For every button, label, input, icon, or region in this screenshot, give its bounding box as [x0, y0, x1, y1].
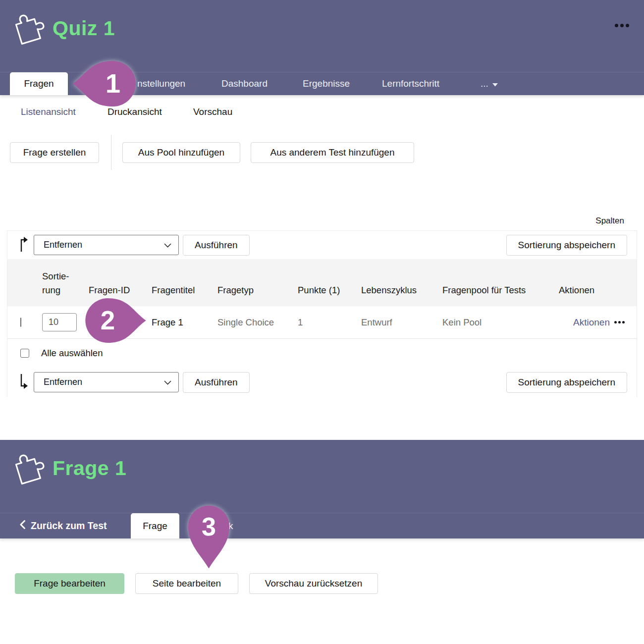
questions-table: Entfernen Ausführen Sortierung abspeiche… [7, 230, 637, 397]
table-row: Frage 1 Single Choice 1 Entwurf Kein Poo… [7, 306, 637, 339]
tutorial-screenshot: Quiz 1 Fragen nstellungen Dashboard Erge… [0, 0, 644, 644]
column-fragen-id: Fragen-ID [89, 259, 152, 306]
seite-bearbeiten-button[interactable]: Seite bearbeiten [135, 573, 238, 594]
quiz-tabbar: Fragen nstellungen Dashboard Ergebnisse … [0, 72, 644, 95]
vorschau-zuruecksetzen-button[interactable]: Vorschau zurücksetzen [249, 573, 378, 594]
chevron-down-icon [164, 240, 171, 250]
column-fragetyp: Fragetyp [217, 259, 298, 306]
bulk-action-select[interactable]: Entfernen [34, 235, 179, 255]
kebab-menu-icon[interactable] [614, 321, 625, 323]
ausfuehren-button-bottom[interactable]: Ausführen [183, 372, 250, 393]
tab-more[interactable]: ... [481, 72, 498, 95]
question-tabbar: Zurück zum Test Frage k [0, 513, 644, 538]
sort-order-input[interactable] [42, 313, 77, 331]
cell-fragenpool: Kein Pool [442, 317, 559, 328]
select-all-checkbox[interactable] [20, 349, 29, 358]
subtab-druckansicht[interactable]: Druckansicht [107, 106, 162, 118]
table-header-row: Sortie-rung Fragen-ID Fragentitel Fraget… [7, 259, 637, 306]
column-aktionen: Aktionen [559, 259, 632, 306]
frage-bearbeiten-button[interactable]: Frage bearbeiten [15, 573, 124, 594]
cell-punkte: 1 [298, 317, 361, 328]
cell-lebenszyklus: Entwurf [361, 317, 442, 328]
chevron-down-icon [164, 377, 171, 387]
column-punkte: Punkte (1) [298, 259, 361, 306]
apply-to-selection-down-icon [19, 373, 29, 392]
select-all-label: Alle auswählen [41, 348, 103, 359]
question-title-link[interactable]: Frage 1 [152, 317, 217, 328]
frage-erstellen-button[interactable]: Frage erstellen [10, 142, 99, 163]
ausfuehren-button[interactable]: Ausführen [183, 235, 250, 256]
apply-to-selection-up-icon [19, 236, 29, 255]
aus-pool-hinzufuegen-button[interactable]: Aus Pool hinzufügen [122, 142, 240, 163]
tab-einstellungen[interactable]: nstellungen [137, 72, 185, 95]
tab-frage[interactable]: Frage [131, 513, 179, 538]
subtab-vorschau[interactable]: Vorschau [193, 106, 232, 118]
chevron-down-icon [492, 78, 498, 89]
column-fragentitel: Fragentitel [152, 259, 217, 306]
page-title: Frage 1 [53, 457, 126, 480]
tab-covered-by-marker[interactable]: k [228, 513, 233, 538]
column-lebenszyklus: Lebenszyklus [361, 259, 442, 306]
toolbar-divider [111, 135, 111, 170]
tab-lernfortschritt[interactable]: Lernfortschritt [382, 72, 439, 95]
tab-dashboard[interactable]: Dashboard [221, 72, 268, 95]
bulk-action-select-bottom[interactable]: Entfernen [34, 372, 179, 392]
column-fragenpool: Fragenpool für Tests [442, 259, 559, 306]
row-checkbox[interactable] [20, 318, 21, 327]
aktionen-link[interactable]: Aktionen [573, 317, 610, 328]
kebab-menu-icon[interactable] [615, 24, 629, 27]
puzzle-piece-icon [13, 452, 45, 486]
quiz-header-panel: Quiz 1 Fragen nstellungen Dashboard Erge… [0, 0, 644, 95]
aus-anderem-test-button[interactable]: Aus anderem Test hinzufügen [251, 142, 414, 163]
tab-fragen[interactable]: Fragen [10, 72, 68, 95]
puzzle-piece-icon [13, 12, 45, 47]
subtab-listenansicht[interactable]: Listenansicht [21, 106, 76, 118]
sortierung-abspeichern-button[interactable]: Sortierung abspeichern [506, 235, 627, 256]
chevron-left-icon [20, 520, 25, 532]
sortierung-abspeichern-button-bottom[interactable]: Sortierung abspeichern [506, 372, 627, 393]
question-header-panel: Frage 1 Zurück zum Test Frage k [0, 440, 644, 538]
cell-fragetyp: Single Choice [217, 317, 298, 328]
table-bottom-controls: Entfernen Ausführen Sortierung abspeiche… [7, 367, 637, 397]
table-top-controls: Entfernen Ausführen Sortierung abspeiche… [7, 231, 637, 259]
spalten-control[interactable]: Spalten [595, 216, 624, 226]
page-title: Quiz 1 [53, 17, 115, 40]
tab-ergebnisse[interactable]: Ergebnisse [303, 72, 350, 95]
column-sortierung: Sortie-rung [42, 269, 78, 298]
back-to-test-link[interactable]: Zurück zum Test [20, 513, 107, 538]
select-all-row: Alle auswählen [7, 339, 637, 367]
